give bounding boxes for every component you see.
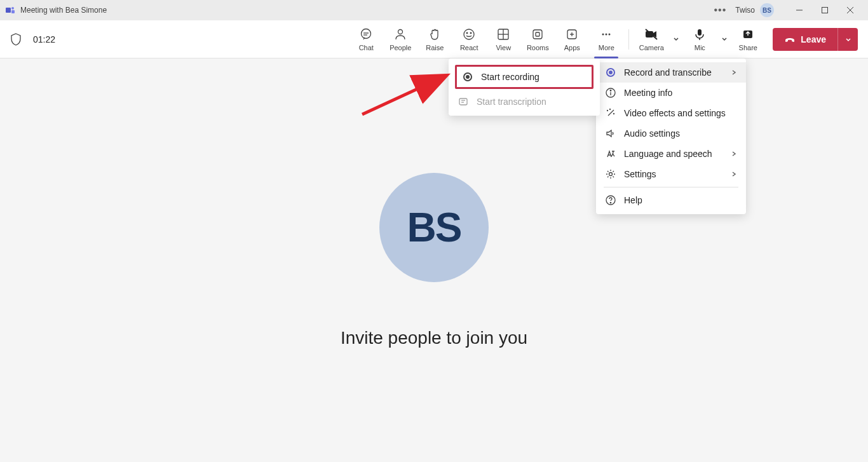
chevron-right-icon [731, 67, 737, 78]
apps-button[interactable]: Apps [555, 22, 589, 57]
camera-label: Camera [639, 44, 664, 51]
svg-line-33 [608, 110, 614, 116]
record-submenu: Start recording Start transcription [449, 58, 600, 116]
svg-point-32 [610, 90, 611, 92]
menu-label: Audio settings [624, 128, 737, 139]
svg-point-39 [610, 202, 611, 203]
leave-label: Leave [801, 34, 826, 44]
camera-chevron[interactable] [670, 34, 682, 45]
user-avatar-small[interactable]: BS [760, 3, 774, 17]
menu-label: Video effects and settings [624, 108, 737, 118]
window-title: Meeting with Bea Simone [20, 6, 710, 15]
shield-icon[interactable] [10, 33, 22, 46]
menu-label: Record and transcribe [624, 67, 723, 78]
people-icon [394, 27, 407, 41]
help-icon [605, 195, 616, 205]
chat-label: Chat [359, 44, 374, 51]
people-button[interactable]: People [383, 22, 417, 57]
leave-chevron[interactable] [837, 28, 858, 51]
menu-label: Language and speech [624, 149, 723, 159]
more-label: More [599, 44, 614, 51]
camera-off-icon [644, 27, 658, 41]
share-button[interactable]: Share [731, 22, 765, 57]
submenu-label: Start recording [481, 72, 587, 82]
svg-point-11 [464, 29, 474, 39]
hangup-icon [784, 34, 796, 45]
info-icon [605, 88, 616, 98]
close-button[interactable] [837, 0, 863, 20]
submenu-start-recording[interactable]: Start recording [455, 65, 593, 89]
menu-record-transcribe[interactable]: Record and transcribe [596, 62, 746, 83]
menu-help[interactable]: Help [596, 190, 746, 210]
svg-point-37 [609, 173, 613, 176]
menu-divider [604, 187, 738, 187]
raise-label: Raise [426, 44, 444, 51]
transcription-icon [458, 97, 469, 107]
submenu-start-transcription: Start transcription [449, 92, 600, 112]
svg-rect-27 [698, 29, 702, 36]
maximize-button[interactable] [812, 0, 837, 20]
svg-point-35 [610, 109, 611, 110]
raise-button[interactable]: Raise [417, 22, 452, 57]
menu-video-effects[interactable]: Video effects and settings [596, 103, 746, 123]
view-icon [497, 27, 510, 41]
svg-rect-18 [536, 32, 539, 36]
toolbar-divider [628, 29, 629, 50]
menu-label: Help [624, 195, 737, 205]
svg-rect-40 [459, 99, 467, 105]
mic-button[interactable]: Mic [682, 22, 717, 57]
mic-label: Mic [695, 44, 705, 51]
language-icon [605, 149, 616, 159]
invite-prompt: Invite people to join you [341, 328, 527, 348]
rooms-icon [531, 27, 544, 41]
menu-language-speech[interactable]: Language and speech [596, 144, 746, 164]
react-button[interactable]: React [452, 22, 486, 57]
react-label: React [460, 44, 478, 51]
chevron-right-icon [731, 169, 737, 179]
gear-icon [605, 169, 616, 179]
rooms-label: Rooms [527, 44, 549, 51]
view-label: View [496, 44, 511, 51]
wand-icon [605, 108, 616, 118]
teams-icon [5, 5, 15, 15]
svg-rect-0 [6, 8, 11, 13]
chevron-right-icon [731, 149, 737, 159]
svg-point-24 [609, 33, 611, 35]
meeting-timer: 01:22 [33, 34, 55, 44]
svg-rect-2 [11, 10, 15, 13]
view-button[interactable]: View [486, 22, 520, 57]
rooms-button[interactable]: Rooms [520, 22, 555, 57]
svg-point-36 [614, 114, 614, 114]
svg-point-23 [606, 33, 607, 35]
leave-button[interactable]: Leave [773, 28, 837, 51]
mic-chevron[interactable] [718, 34, 731, 45]
svg-point-1 [11, 7, 14, 10]
menu-label: Settings [624, 169, 723, 179]
menu-label: Meeting info [624, 88, 737, 98]
title-bar: Meeting with Bea Simone ••• Twiso BS [0, 0, 868, 20]
speaker-icon [605, 128, 616, 139]
chat-icon [360, 27, 372, 41]
chat-button[interactable]: Chat [349, 22, 383, 57]
minimize-button[interactable] [787, 0, 812, 20]
apps-icon [566, 27, 578, 41]
apps-label: Apps [564, 44, 580, 51]
svg-point-34 [607, 111, 608, 111]
menu-meeting-info[interactable]: Meeting info [596, 83, 746, 103]
participant-avatar: BS [379, 173, 489, 282]
people-label: People [390, 44, 411, 51]
svg-rect-17 [533, 30, 542, 39]
camera-button[interactable]: Camera [634, 22, 668, 57]
svg-point-7 [362, 29, 371, 38]
record-icon [605, 68, 616, 77]
share-label: Share [739, 44, 757, 51]
more-button[interactable]: More [589, 22, 623, 57]
more-icon [600, 27, 613, 41]
menu-settings[interactable]: Settings [596, 164, 746, 184]
menu-audio-settings[interactable]: Audio settings [596, 123, 746, 144]
record-icon [462, 72, 473, 81]
share-icon [742, 27, 754, 41]
react-icon [463, 27, 475, 41]
titlebar-more-icon[interactable]: ••• [710, 4, 731, 16]
mic-icon [693, 27, 706, 41]
